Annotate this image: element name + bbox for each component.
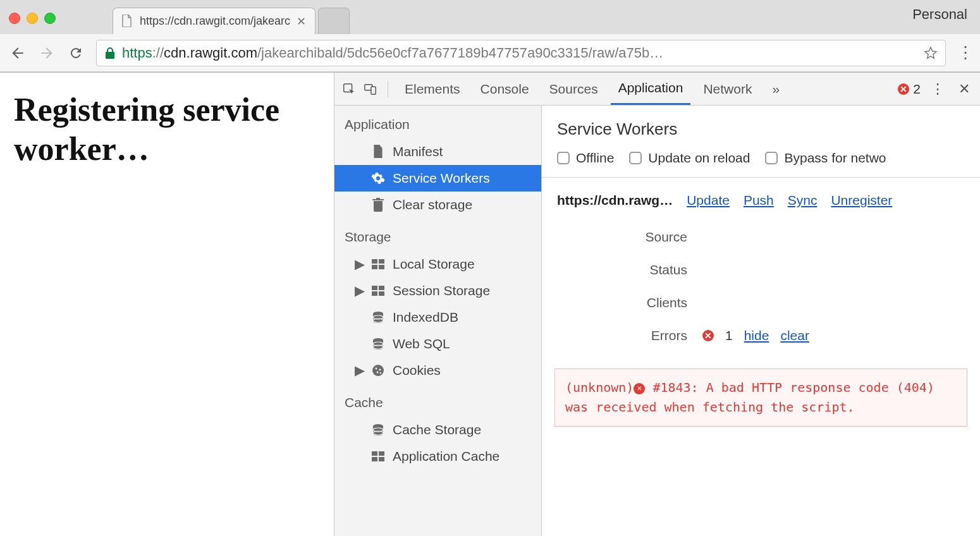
devtools-close-icon[interactable]: ✕: [955, 81, 974, 97]
devtools-tab-network[interactable]: Network: [695, 73, 759, 105]
sw-details: Source Status Clients Errors ✕: [542, 208, 980, 363]
svg-rect-27: [372, 457, 377, 461]
panel-title: Service Workers: [542, 106, 980, 145]
svg-point-18: [376, 368, 377, 370]
sidebar-item-label: Cache Storage: [393, 422, 481, 437]
error-icon: ✕: [634, 383, 645, 394]
sidebar-item-label: Application Cache: [393, 449, 499, 464]
sw-origin: https://cdn.rawg…: [557, 193, 673, 208]
svg-rect-25: [372, 451, 377, 456]
devtools-tab-application[interactable]: Application: [611, 73, 691, 105]
sw-push-link[interactable]: Push: [744, 193, 774, 208]
sw-update-link[interactable]: Update: [687, 193, 730, 208]
file-icon: [122, 15, 133, 28]
table-icon: [371, 449, 385, 463]
page-heading: Registering service worker…: [14, 90, 320, 169]
document-icon: [371, 145, 385, 159]
sidebar-item-application-cache[interactable]: ▶ Application Cache: [334, 443, 541, 470]
browser-chrome: https://cdn.rawgit.com/jakearc ✕ Persona…: [0, 0, 980, 73]
bookmark-star-icon[interactable]: [924, 46, 938, 60]
sidebar-item-manifest[interactable]: ▶ Manifest: [334, 138, 541, 165]
devtools-tab-console[interactable]: Console: [473, 73, 537, 105]
address-bar: https://cdn.rawgit.com/jakearchibald/5dc…: [0, 34, 980, 72]
forward-button[interactable]: [38, 44, 56, 62]
devtools-tab-overflow-icon[interactable]: »: [764, 73, 787, 105]
cookie-icon: [371, 363, 385, 377]
devtools-error-count: 2: [913, 82, 921, 97]
svg-rect-5: [372, 265, 377, 269]
svg-point-17: [372, 365, 384, 376]
sidebar-item-indexeddb[interactable]: ▶ IndexedDB: [334, 304, 541, 331]
svg-rect-26: [379, 451, 384, 456]
window-controls: [9, 13, 56, 24]
sidebar-section-cache: Cache: [334, 384, 541, 417]
main-content: Registering service worker… Elements Con…: [0, 73, 980, 536]
separator: [388, 81, 388, 97]
offline-checkbox[interactable]: Offline: [557, 150, 614, 166]
sw-error-message: (unknown)✕ #1843: A bad HTTP response co…: [554, 368, 967, 427]
gear-icon: [371, 171, 385, 185]
page-viewport: Registering service worker…: [0, 73, 334, 536]
svg-rect-8: [379, 286, 384, 290]
chevron-right-icon: ▶: [356, 257, 364, 272]
error-icon: ✕: [898, 83, 909, 95]
error-source: (unknown): [565, 380, 634, 395]
panel-options: Offline Update on reload Bypass for netw…: [542, 145, 980, 178]
sw-error-count: 1: [725, 328, 733, 343]
devtools-tab-elements[interactable]: Elements: [397, 73, 468, 105]
sidebar-item-local-storage[interactable]: ▶ Local Storage: [334, 251, 541, 277]
tab-close-icon[interactable]: ✕: [297, 15, 306, 28]
url-input[interactable]: https://cdn.rawgit.com/jakearchibald/5dc…: [96, 40, 946, 66]
update-on-reload-checkbox[interactable]: Update on reload: [629, 150, 750, 166]
devtools-error-badge[interactable]: ✕ 2: [898, 82, 921, 97]
trash-icon: [371, 198, 385, 212]
svg-point-21: [380, 372, 381, 374]
svg-rect-10: [379, 291, 384, 296]
browser-menu-icon[interactable]: ⋮: [957, 43, 971, 63]
svg-rect-6: [379, 265, 384, 269]
sidebar-item-label: Manifest: [393, 144, 443, 159]
sidebar-item-websql[interactable]: ▶ Web SQL: [334, 331, 541, 357]
window-close-button[interactable]: [9, 13, 20, 24]
sidebar-item-label: Service Workers: [393, 171, 490, 186]
reload-button[interactable]: [67, 44, 85, 62]
lock-icon: [104, 47, 116, 59]
browser-tab-active[interactable]: https://cdn.rawgit.com/jakearc ✕: [113, 8, 315, 34]
back-button[interactable]: [9, 44, 27, 62]
devtools-body: Application ▶ Manifest ▶ Service Workers…: [334, 106, 980, 536]
database-icon: [371, 423, 385, 437]
url-text: https://cdn.rawgit.com/jakearchibald/5dc…: [122, 45, 663, 61]
sw-sync-link[interactable]: Sync: [788, 193, 818, 208]
error-icon: ✕: [702, 330, 714, 341]
sidebar-item-cookies[interactable]: ▶ Cookies: [334, 357, 541, 384]
devtools-tab-sources[interactable]: Sources: [542, 73, 606, 105]
sidebar-item-cache-storage[interactable]: ▶ Cache Storage: [334, 417, 541, 443]
table-icon: [371, 284, 385, 298]
window-maximize-button[interactable]: [44, 13, 56, 24]
bypass-checkbox[interactable]: Bypass for netwo: [765, 150, 886, 166]
service-workers-panel: Service Workers Offline Update on reload…: [542, 106, 980, 536]
sw-unregister-link[interactable]: Unregister: [831, 193, 892, 208]
svg-point-20: [377, 372, 379, 374]
window-minimize-button[interactable]: [27, 13, 38, 24]
tab-title: https://cdn.rawgit.com/jakearc: [140, 15, 290, 28]
sw-row-clients: Clients: [557, 286, 965, 319]
sidebar-item-label: Session Storage: [393, 283, 490, 298]
sw-errors-clear-link[interactable]: clear: [780, 328, 809, 343]
browser-tab-new[interactable]: [318, 8, 350, 34]
devtools-menu-icon[interactable]: ⋮: [926, 81, 950, 97]
sidebar-item-label: Cookies: [393, 363, 441, 378]
sidebar-item-session-storage[interactable]: ▶ Session Storage: [334, 277, 541, 304]
svg-rect-4: [379, 259, 384, 264]
chevron-right-icon: ▶: [356, 283, 364, 298]
sidebar-item-clear-storage[interactable]: ▶ Clear storage: [334, 192, 541, 218]
application-sidebar: Application ▶ Manifest ▶ Service Workers…: [334, 106, 542, 536]
device-toggle-icon[interactable]: [362, 81, 379, 97]
inspect-element-icon[interactable]: [341, 81, 357, 97]
sw-errors-hide-link[interactable]: hide: [744, 328, 769, 343]
sw-row-source: Source: [557, 221, 965, 253]
sidebar-item-service-workers[interactable]: ▶ Service Workers: [334, 165, 541, 192]
svg-rect-7: [372, 286, 377, 290]
chevron-right-icon: ▶: [356, 363, 364, 378]
profile-badge[interactable]: Personal: [912, 6, 967, 23]
